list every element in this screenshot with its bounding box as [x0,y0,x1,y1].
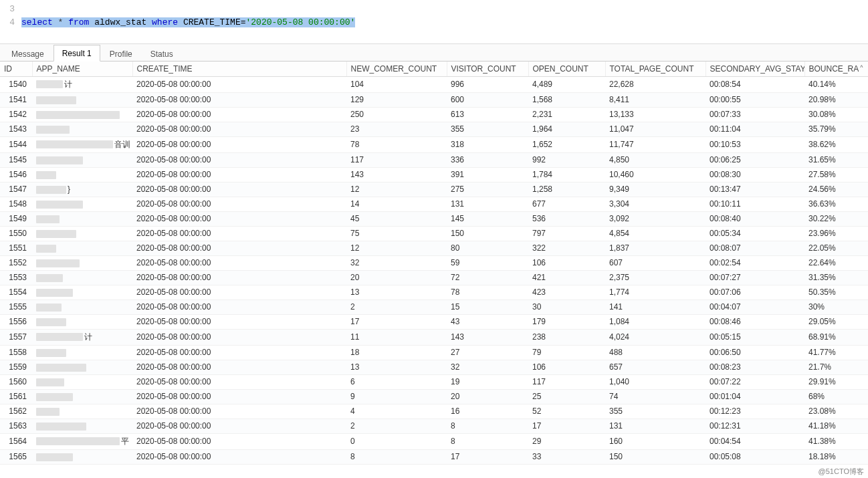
cell-create_time[interactable]: 2020-05-08 00:00:00 [132,285,346,300]
cell-create_time[interactable]: 2020-05-08 00:00:00 [132,122,346,136]
cell-new_comer_count[interactable]: 13 [346,360,447,374]
cell-bounce_ra[interactable]: 30.08% [804,107,868,122]
cell-new_comer_count[interactable]: 143 [346,167,447,182]
cell-visitor_count[interactable]: 80 [447,241,528,255]
cell-bounce_ra[interactable]: 22.05% [804,241,868,255]
cell-new_comer_count[interactable]: 13 [346,285,447,300]
cell-id[interactable]: 1540 [0,76,32,92]
cell-create_time[interactable]: 2020-05-08 00:00:00 [132,419,346,433]
cell-visitor_count[interactable]: 32 [447,360,528,374]
cell-total_page_count[interactable]: 4,850 [605,152,706,167]
cell-bounce_ra[interactable]: 50.35% [804,285,868,300]
table-row[interactable]: 15632020-05-08 00:00:00281713100:12:3141… [0,419,868,433]
cell-open_count[interactable]: 797 [528,226,605,241]
cell-total_page_count[interactable]: 160 [605,433,706,449]
cell-visitor_count[interactable]: 336 [447,152,528,167]
cell-id[interactable]: 1554 [0,285,32,300]
cell-create_time[interactable]: 2020-05-08 00:00:00 [132,329,346,345]
cell-open_count[interactable]: 1,652 [528,136,605,152]
cell-open_count[interactable]: 79 [528,345,605,360]
cell-bounce_ra[interactable]: 30% [804,300,868,314]
cell-create_time[interactable]: 2020-05-08 00:00:00 [132,300,346,314]
cell-create_time[interactable]: 2020-05-08 00:00:00 [132,182,346,197]
cell-open_count[interactable]: 238 [528,329,605,345]
cell-visitor_count[interactable]: 43 [447,314,528,329]
sql-editor[interactable]: 3 4 select * from aldwx_stat where CREAT… [0,0,868,44]
cell-app_name[interactable]: 平 [32,433,132,449]
cell-id[interactable]: 1559 [0,360,32,374]
cell-secondary_avg_stay_t[interactable]: 00:08:23 [706,360,804,374]
cell-total_page_count[interactable]: 3,092 [605,211,706,226]
cell-new_comer_count[interactable]: 104 [346,76,447,92]
cell-total_page_count[interactable]: 9,349 [605,182,706,197]
cell-new_comer_count[interactable]: 12 [346,182,447,197]
cell-open_count[interactable]: 117 [528,374,605,389]
cell-open_count[interactable]: 52 [528,404,605,419]
table-row[interactable]: 15652020-05-08 00:00:008173315000:05:081… [0,449,868,464]
cell-app_name[interactable] [32,270,132,285]
cell-bounce_ra[interactable]: 22.64% [804,255,868,270]
table-row[interactable]: 15622020-05-08 00:00:004165235500:12:232… [0,404,868,419]
cell-total_page_count[interactable]: 3,304 [605,197,706,211]
cell-new_comer_count[interactable]: 45 [346,211,447,226]
cell-app_name[interactable] [32,107,132,122]
cell-visitor_count[interactable]: 19 [447,374,528,389]
cell-total_page_count[interactable]: 2,375 [605,270,706,285]
cell-bounce_ra[interactable]: 36.63% [804,197,868,211]
cell-open_count[interactable]: 29 [528,433,605,449]
cell-bounce_ra[interactable]: 24.56% [804,182,868,197]
cell-open_count[interactable]: 30 [528,300,605,314]
cell-app_name[interactable] [32,122,132,136]
cell-id[interactable]: 1555 [0,300,32,314]
cell-id[interactable]: 1541 [0,92,32,107]
cell-app_name[interactable] [32,419,132,433]
cell-create_time[interactable]: 2020-05-08 00:00:00 [132,374,346,389]
cell-app_name[interactable] [32,167,132,182]
cell-secondary_avg_stay_t[interactable]: 00:08:07 [706,241,804,255]
cell-app_name[interactable]: } [32,182,132,197]
cell-visitor_count[interactable]: 145 [447,211,528,226]
cell-visitor_count[interactable]: 59 [447,255,528,270]
result-grid-wrap[interactable]: IDAPP_NAMECREATE_TIMENEW_COMER_COUNTVISI… [0,62,868,469]
tab-profile[interactable]: Profile [101,45,141,62]
cell-open_count[interactable]: 992 [528,152,605,167]
cell-secondary_avg_stay_t[interactable]: 00:05:15 [706,329,804,345]
cell-new_comer_count[interactable]: 75 [346,226,447,241]
cell-secondary_avg_stay_t[interactable]: 00:08:40 [706,211,804,226]
cell-bounce_ra[interactable]: 38.62% [804,136,868,152]
cell-total_page_count[interactable]: 1,837 [605,241,706,255]
cell-bounce_ra[interactable]: 35.79% [804,122,868,136]
cell-create_time[interactable]: 2020-05-08 00:00:00 [132,226,346,241]
cell-secondary_avg_stay_t[interactable]: 00:06:25 [706,152,804,167]
cell-id[interactable]: 1544 [0,136,32,152]
cell-new_comer_count[interactable]: 12 [346,241,447,255]
table-row[interactable]: 15502020-05-08 00:00:00751507974,85400:0… [0,226,868,241]
cell-secondary_avg_stay_t[interactable]: 00:08:30 [706,167,804,182]
cell-app_name[interactable] [32,404,132,419]
cell-total_page_count[interactable]: 4,024 [605,329,706,345]
cell-id[interactable]: 1549 [0,211,32,226]
cell-create_time[interactable]: 2020-05-08 00:00:00 [132,314,346,329]
cell-total_page_count[interactable]: 607 [605,255,706,270]
table-row[interactable]: 15452020-05-08 00:00:001173369924,85000:… [0,152,868,167]
cell-id[interactable]: 1543 [0,122,32,136]
cell-create_time[interactable]: 2020-05-08 00:00:00 [132,345,346,360]
cell-app_name[interactable] [32,226,132,241]
cell-new_comer_count[interactable]: 2 [346,419,447,433]
cell-bounce_ra[interactable]: 31.65% [804,152,868,167]
cell-visitor_count[interactable]: 27 [447,345,528,360]
cell-app_name[interactable] [32,152,132,167]
cell-visitor_count[interactable]: 20 [447,389,528,404]
cell-total_page_count[interactable]: 1,040 [605,374,706,389]
cell-visitor_count[interactable]: 17 [447,449,528,464]
cell-new_comer_count[interactable]: 17 [346,314,447,329]
cell-id[interactable]: 1548 [0,197,32,211]
cell-create_time[interactable]: 2020-05-08 00:00:00 [132,197,346,211]
table-row[interactable]: 15612020-05-08 00:00:00920257400:01:0468… [0,389,868,404]
cell-total_page_count[interactable]: 150 [605,449,706,464]
cell-secondary_avg_stay_t[interactable]: 00:12:23 [706,404,804,419]
column-header-visitor_count[interactable]: VISITOR_COUNT [447,62,528,76]
cell-create_time[interactable]: 2020-05-08 00:00:00 [132,92,346,107]
cell-total_page_count[interactable]: 74 [605,389,706,404]
cell-id[interactable]: 1557 [0,329,32,345]
